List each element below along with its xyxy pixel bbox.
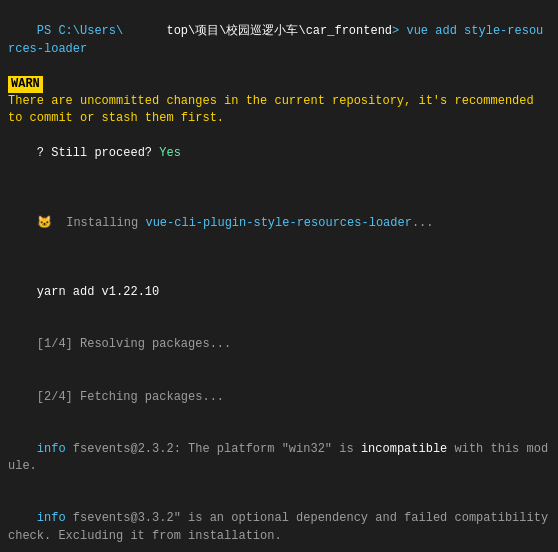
blank-2	[8, 249, 550, 266]
yarn-ver-text: yarn add v1.22.10	[37, 285, 159, 299]
ps-prompt-line: PS C:\Users\ top\项目\校园巡逻小车\car_frontend>…	[8, 6, 550, 76]
warn-badge: WARN	[8, 76, 43, 93]
info1-text: fsevents@2.3.2: The platform "win32" is …	[8, 442, 548, 473]
warn-line: WARN There are uncommitted changes in th…	[8, 76, 550, 128]
step2-text: [2/4] Fetching packages...	[37, 390, 224, 404]
info1: info fsevents@2.3.2: The platform "win32…	[8, 423, 550, 493]
ps-path: top\项目\校园巡逻小车\car_frontend	[123, 24, 392, 38]
step1: [1/4] Resolving packages...	[8, 319, 550, 371]
install-icon: 🐱 Installing	[37, 216, 146, 230]
warn-text: There are uncommitted changes in the cur…	[8, 93, 550, 128]
step1-text: [1/4] Resolving packages...	[37, 337, 231, 351]
proceed-text: ? Still proceed?	[37, 146, 159, 160]
proceed-line: ? Still proceed? Yes	[8, 128, 550, 180]
info1-prefix: info	[37, 442, 66, 456]
blank-1	[8, 180, 550, 197]
installing-line: 🐱 Installing vue-cli-plugin-style-resour…	[8, 197, 550, 249]
install-suffix: ...	[412, 216, 434, 230]
step2: [2/4] Fetching packages...	[8, 371, 550, 423]
ps-prompt-text: PS C:\Users\	[37, 24, 123, 38]
info2-prefix: info	[37, 511, 66, 525]
proceed-answer: Yes	[159, 146, 181, 160]
install-plugin: vue-cli-plugin-style-resources-loader	[145, 216, 411, 230]
info2: info fsevents@3.3.2" is an optional depe…	[8, 493, 550, 552]
yarn-version: yarn add v1.22.10	[8, 267, 550, 319]
info2-text: fsevents@3.3.2" is an optional dependenc…	[8, 511, 555, 542]
terminal: PS C:\Users\ top\项目\校园巡逻小车\car_frontend>…	[0, 0, 558, 552]
